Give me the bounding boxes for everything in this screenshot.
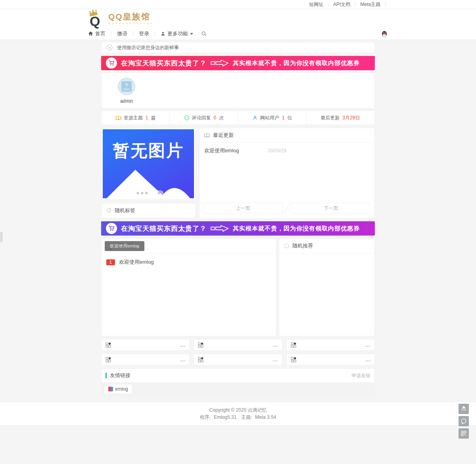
post-link[interactable]: 欢迎使用emlog <box>204 147 268 154</box>
stat-topics[interactable]: 资源主题 1 篇 <box>102 111 170 125</box>
comment-bubble-icon <box>461 418 467 424</box>
stat-value: 0 <box>214 115 217 121</box>
back-to-top-button[interactable]: TOP <box>459 404 469 414</box>
emlog-favicon <box>108 387 113 391</box>
apps-grid-icon <box>106 357 111 362</box>
nav-item-more-functions[interactable]: 更多功能 <box>161 30 193 37</box>
stats-bar: 资源主题 1 篇 评论回复 0 次 网站用户 1 位 最后更新 3月29日 <box>101 111 375 125</box>
divider <box>133 31 133 36</box>
prev-page-button[interactable]: 上一页 <box>203 203 283 214</box>
divider <box>328 2 328 7</box>
slide-dot[interactable] <box>158 192 160 194</box>
comment-float-button[interactable] <box>459 416 469 426</box>
next-page-button[interactable]: 下一页 <box>292 203 371 214</box>
program-value: Emlog5.31 <box>214 414 236 420</box>
slide-dot[interactable] <box>146 192 148 194</box>
copyright: Copyright © 2020 点滴记忆 <box>0 406 476 414</box>
program-label: 程序: <box>200 414 211 420</box>
pagination: 上一页 下一页 <box>200 199 374 218</box>
stat-value: 3月29日 <box>342 115 360 121</box>
search-icon <box>201 31 207 36</box>
tooltip: 欢迎使用emlog <box>105 241 144 251</box>
stat-label: 评论回复 <box>192 115 211 121</box>
refresh-circle-icon <box>284 243 289 249</box>
more-button[interactable]: ... <box>180 343 185 347</box>
post-link[interactable]: 欢迎使用emlog <box>119 259 154 266</box>
topbar-links: 短网址 API文档 Meta主题 <box>88 0 388 9</box>
stat-comments[interactable]: 评论回复 0 次 <box>170 111 238 125</box>
person-icon <box>252 115 258 121</box>
recent-updates-card: 最近更新 欢迎使用emlog 20/03/29 上一页 下一页 <box>199 128 375 219</box>
slide-dot[interactable] <box>137 192 139 194</box>
topbar-link-meta-theme[interactable]: Meta主题 <box>360 1 380 8</box>
banner-question: 在淘宝天猫买东西太贵了？ <box>121 59 207 68</box>
nav-label: 更多功能 <box>167 30 188 37</box>
slide-dot[interactable] <box>141 192 144 194</box>
slideshow-dots <box>133 190 164 196</box>
apps-grid-icon <box>291 342 296 348</box>
shopping-cart-icon <box>108 225 115 232</box>
more-button[interactable]: ... <box>180 357 185 362</box>
nav-item-home[interactable]: 首页 <box>88 30 106 37</box>
hot-post-row: 1 欢迎使用emlog <box>102 253 276 271</box>
mini-card: ... <box>194 339 282 351</box>
section-title: 随机推荐 <box>292 242 313 249</box>
apps-grid-icon <box>198 342 203 348</box>
mini-card: ... <box>286 354 375 365</box>
stat-last-updated: 最后更新 3月29日 <box>307 111 374 125</box>
arrow-right-icon <box>211 59 229 67</box>
slideshow-slide[interactable]: 暂无图片 <box>103 129 194 198</box>
chevron-down-icon <box>190 33 193 35</box>
site-title: QQ皇族馆 <box>108 12 154 21</box>
banner-answer: 其实根本就不贵，因为你没有领取内部优惠券 <box>233 225 360 232</box>
topbar-link-api-docs[interactable]: API文档 <box>333 1 350 8</box>
topbar-link-short-url[interactable]: 短网址 <box>309 1 323 8</box>
avatar-placeholder-image: ? <box>121 81 132 92</box>
side-panel-handle[interactable] <box>0 232 3 242</box>
section-title: 最近更新 <box>213 132 234 139</box>
floating-toolbar: TOP <box>459 404 469 439</box>
post-date: 20/03/29 <box>268 148 286 153</box>
friend-link-emlog[interactable]: emlog <box>105 385 132 393</box>
more-button[interactable]: ... <box>273 357 278 362</box>
mini-card: ... <box>286 339 375 351</box>
theme-value: Meta 3.54 <box>255 414 276 420</box>
nav-label: 微语 <box>117 30 127 37</box>
more-button[interactable]: ... <box>365 343 370 347</box>
stat-label: 网站用户 <box>260 115 279 121</box>
post-row: 欢迎使用emlog 20/03/29 <box>200 143 374 159</box>
friend-link-label: emlog <box>115 386 128 392</box>
slide-dot-active[interactable] <box>150 192 156 194</box>
site-header: Q QQ皇族馆 QQHUANGZUGUAN <box>0 9 476 27</box>
logo-letter: Q <box>90 14 100 28</box>
no-image-placeholder: 暂无图片 <box>103 140 194 162</box>
stat-value: 1 <box>282 115 285 121</box>
apply-link-button[interactable]: 申请友链 <box>351 372 370 379</box>
site-logo[interactable]: Q QQ皇族馆 QQHUANGZUGUAN <box>88 10 154 27</box>
stat-unit: 次 <box>219 115 224 121</box>
ad-banner-taobao-coupon-2[interactable]: 在淘宝天猫买东西太贵了？ 其实根本就不贵，因为你没有领取内部优惠券 <box>101 221 375 236</box>
apps-grid-icon <box>291 357 296 362</box>
qq-login-button[interactable] <box>381 30 388 37</box>
shopping-cart-icon <box>108 60 115 66</box>
stat-users[interactable]: 网站用户 1 位 <box>238 111 307 125</box>
nav-item-weiyu[interactable]: 微语 <box>117 30 127 37</box>
more-button[interactable]: ... <box>273 343 278 347</box>
up-arrow-icon <box>462 406 466 408</box>
stat-label: 资源主题 <box>124 115 143 121</box>
ad-banner-taobao-coupon[interactable]: 在淘宝天猫买东西太贵了？ 其实根本就不贵，因为你没有领取内部优惠券 <box>101 56 375 70</box>
mini-card: ... <box>101 339 190 351</box>
book-icon <box>204 133 210 138</box>
more-button[interactable]: ... <box>365 357 370 362</box>
logo-q-mark: Q <box>88 10 105 27</box>
divider <box>385 2 386 7</box>
main-nav: 首页 微语 登录 更多功能 <box>0 27 476 40</box>
nav-item-login[interactable]: 登录 <box>139 30 149 37</box>
qrcode-float-button[interactable] <box>459 428 469 439</box>
mini-card-grid: ... ... ... ... ... ... <box>101 339 375 365</box>
rank-badge: 1 <box>106 259 115 265</box>
search-button[interactable] <box>201 31 207 36</box>
avatar[interactable]: ? <box>118 78 135 95</box>
apps-grid-icon <box>106 342 111 348</box>
topbar: 短网址 API文档 Meta主题 <box>0 0 476 9</box>
